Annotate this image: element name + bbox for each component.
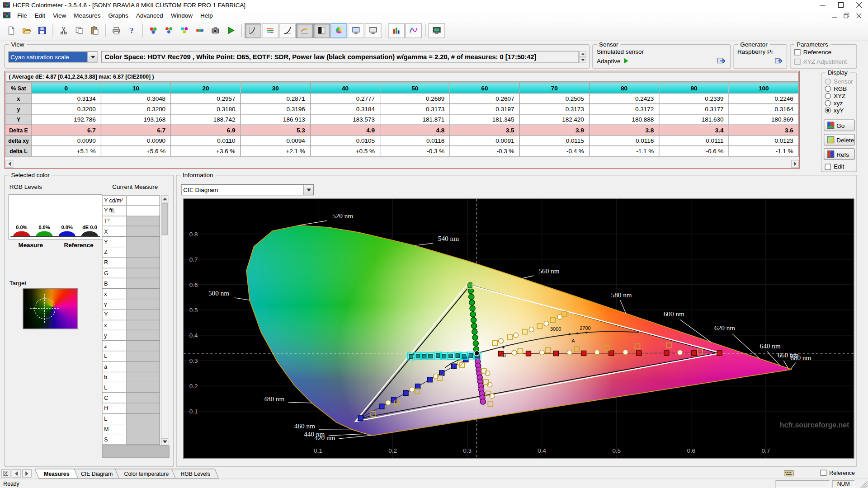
display-radio-xyy[interactable]: xyY: [825, 107, 853, 114]
table-cell[interactable]: 0.0110: [171, 135, 241, 145]
spinner-up-button[interactable]: [579, 51, 586, 57]
table-cell[interactable]: 0.0115: [519, 135, 589, 145]
radio-icon[interactable]: [825, 79, 831, 84]
display-radio-xyz[interactable]: XYZ: [825, 92, 853, 99]
toolbar-run-measures-button[interactable]: [223, 23, 238, 38]
table-cell[interactable]: 180.888: [589, 114, 659, 125]
chevron-down-icon[interactable]: [87, 52, 97, 62]
measure-row-value[interactable]: [127, 216, 160, 226]
table-cell[interactable]: 0.0116: [380, 135, 450, 145]
table-cell[interactable]: 0.0123: [729, 135, 798, 145]
table-cell[interactable]: 0.2777: [310, 93, 380, 103]
measure-row-value[interactable]: [127, 383, 160, 393]
toolbar-help-button[interactable]: ?: [124, 23, 139, 38]
toolbar-view-rgb-histogram-button[interactable]: [388, 23, 405, 38]
menu-file[interactable]: File: [13, 10, 31, 20]
toolbar-measure-grey-scale-button[interactable]: [146, 23, 160, 38]
menu-advanced[interactable]: Advanced: [132, 10, 167, 20]
radio-icon[interactable]: [825, 93, 831, 99]
column-header[interactable]: 20: [171, 83, 241, 93]
column-header[interactable]: 60: [450, 83, 519, 93]
table-cell[interactable]: 3.9: [519, 125, 589, 135]
menu-edit[interactable]: Edit: [31, 10, 49, 20]
table-cell[interactable]: 0.3177: [659, 104, 729, 114]
table-cell[interactable]: 0.2505: [519, 93, 589, 103]
table-cell[interactable]: +5.1 %: [31, 146, 101, 156]
column-header[interactable]: 40: [310, 83, 380, 93]
toolbar-full-screen-pattern-button[interactable]: [429, 23, 445, 38]
display-radio-sensor[interactable]: Sensor: [825, 78, 853, 85]
table-cell[interactable]: +5.6 %: [101, 146, 170, 156]
toolbar-view-spectrum-button[interactable]: [405, 23, 422, 38]
scroll-down-button[interactable]: [161, 438, 168, 446]
scale-selector-combobox[interactable]: Cyan saturation scale: [8, 52, 98, 62]
measure-row-value[interactable]: [127, 435, 160, 445]
tab-list-button[interactable]: [1, 469, 10, 477]
table-cell[interactable]: 0.3200: [101, 104, 170, 114]
go-button[interactable]: Go: [824, 119, 855, 131]
table-cell[interactable]: 0.3172: [589, 104, 659, 114]
measure-row-value[interactable]: [127, 424, 160, 435]
column-header[interactable]: 90: [659, 83, 729, 93]
measure-row-value[interactable]: [127, 393, 160, 404]
table-cell[interactable]: 4.8: [380, 125, 450, 135]
edit-checkbox-row[interactable]: Edit: [825, 163, 844, 173]
measure-row-value[interactable]: [127, 268, 160, 278]
measure-row-value[interactable]: [127, 289, 160, 299]
table-cell[interactable]: 182.420: [519, 114, 589, 125]
table-cell[interactable]: 0.0116: [589, 135, 659, 145]
parameter-xyz-adjustment[interactable]: XYZ Adjustment: [794, 58, 847, 68]
toolbar-paste-button[interactable]: [87, 23, 102, 38]
mdi-close-button[interactable]: [853, 11, 865, 20]
toolbar-capture-screen-button[interactable]: [208, 23, 222, 38]
table-cell[interactable]: 6.7: [101, 125, 170, 135]
column-header[interactable]: 80: [589, 83, 659, 93]
table-cell[interactable]: +2.1 %: [241, 146, 310, 156]
parameter-reference[interactable]: Reference: [794, 49, 847, 58]
table-cell[interactable]: 0.2246: [729, 93, 798, 103]
table-cell[interactable]: -0.6 %: [659, 146, 729, 156]
table-cell[interactable]: 0.3173: [519, 104, 589, 114]
radio-icon[interactable]: [825, 108, 831, 113]
toolbar-cut-button[interactable]: [56, 23, 71, 38]
table-cell[interactable]: 0.2957: [171, 93, 241, 103]
table-cell[interactable]: 0.0090: [31, 135, 101, 145]
measure-row-value[interactable]: [127, 195, 160, 206]
table-cell[interactable]: 0.3197: [450, 104, 519, 114]
toolbar-copy-button[interactable]: [71, 23, 86, 38]
column-header[interactable]: 10: [101, 83, 170, 93]
table-cell[interactable]: 0.0094: [241, 135, 310, 145]
cie-diagram-chart[interactable]: 30002700AB520 nm540 nm560 nm580 nm600 nm…: [183, 199, 854, 459]
table-cell[interactable]: 6.7: [31, 125, 101, 135]
display-radio-rgb[interactable]: RGB: [825, 85, 853, 93]
table-cell[interactable]: 188.742: [171, 114, 241, 125]
toolbar-view-luminance-button[interactable]: [279, 23, 296, 38]
minimize-button[interactable]: [813, 0, 831, 10]
table-cell[interactable]: 0.0105: [310, 135, 380, 145]
maximize-button[interactable]: [831, 0, 849, 10]
mdi-restore-button[interactable]: [840, 11, 853, 20]
toolbar-view-color-temperature-button[interactable]: [296, 23, 313, 38]
checkbox[interactable]: [794, 49, 800, 55]
toolbar-view-rgb-levels-button[interactable]: [262, 23, 278, 38]
tab-rgb-levels[interactable]: RGB Levels: [171, 469, 219, 479]
table-cell[interactable]: 3.4: [659, 125, 729, 135]
information-view-combobox[interactable]: CIE Diagram: [181, 184, 314, 195]
table-horizontal-scrollbar[interactable]: [5, 160, 799, 168]
table-cell[interactable]: 181.630: [659, 114, 729, 125]
resize-grip[interactable]: [860, 481, 868, 488]
menu-window[interactable]: Window: [167, 10, 196, 20]
measure-row-value[interactable]: [127, 310, 160, 320]
table-cell[interactable]: 180.369: [729, 114, 798, 125]
measure-row-value[interactable]: [127, 404, 160, 414]
table-cell[interactable]: 193.168: [101, 114, 170, 125]
column-header[interactable]: 50: [380, 83, 450, 93]
measure-row-value[interactable]: [127, 299, 160, 310]
mdi-minimize-button[interactable]: [828, 11, 840, 20]
scroll-right-button[interactable]: [791, 160, 799, 168]
table-cell[interactable]: 0.3200: [31, 104, 101, 114]
toolbar-view-cie-diagram-button[interactable]: [330, 23, 347, 38]
measure-row-value[interactable]: [127, 372, 160, 383]
spinner-down-button[interactable]: [579, 57, 586, 63]
measure-row-value[interactable]: [127, 206, 160, 216]
